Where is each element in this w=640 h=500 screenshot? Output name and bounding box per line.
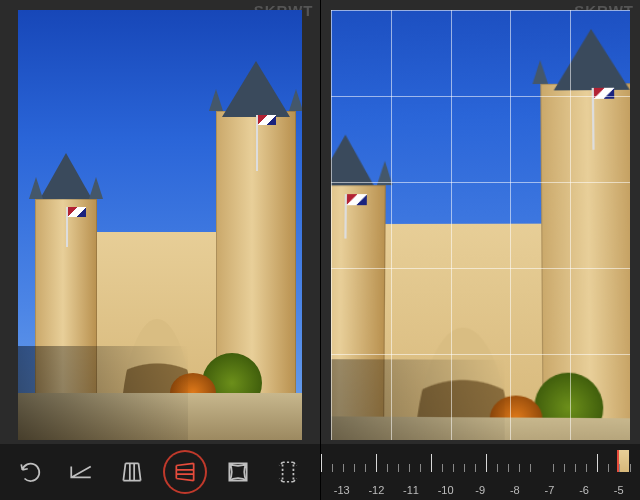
horizon-correction-icon [68,459,94,485]
lens-correction-button[interactable] [221,455,255,489]
app-root: SKRWT [0,0,640,500]
ruler-label: -5 [601,484,636,496]
image-canvas-right[interactable] [331,10,631,440]
ruler-ticks [321,450,641,472]
photo [18,10,302,440]
ruler-label: -13 [325,484,360,496]
crop-aspect-icon [275,459,301,485]
undo-icon [18,459,44,485]
photo-corrected [331,10,631,440]
ruler-label: -10 [428,484,463,496]
undo-button[interactable] [14,455,48,489]
horizontal-perspective-button[interactable] [165,452,205,492]
ruler-label: -9 [463,484,498,496]
ruler-label: -12 [359,484,394,496]
ruler-label: -6 [567,484,602,496]
vertical-perspective-button[interactable] [115,455,149,489]
ruler-labels: -13-12-11-10-9-8-7-6-5 [321,484,641,496]
right-pane: SKRWT [320,0,641,500]
left-pane: SKRWT [0,0,320,500]
horizontal-perspective-icon [172,459,198,485]
lens-correction-icon [225,459,251,485]
toolbar [0,444,320,500]
horizon-correction-button[interactable] [64,455,98,489]
image-canvas-left[interactable] [18,10,302,440]
ruler-label: -8 [498,484,533,496]
adjustment-ruler[interactable]: -13-12-11-10-9-8-7-6-5 [321,444,641,500]
ruler-label: -11 [394,484,429,496]
vertical-perspective-icon [119,459,145,485]
crop-aspect-button[interactable] [271,455,305,489]
ruler-label: -7 [532,484,567,496]
